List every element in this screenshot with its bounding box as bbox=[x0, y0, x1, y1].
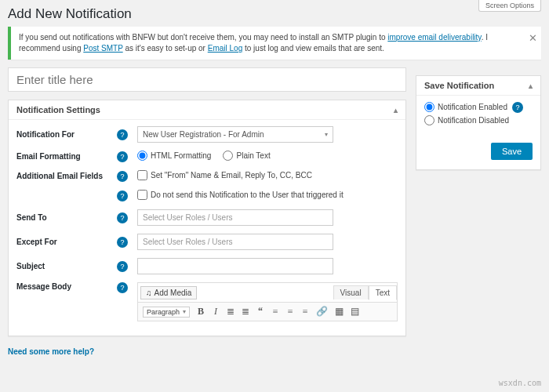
save-button[interactable]: Save bbox=[491, 143, 533, 160]
label-additional-fields: Additional Email Fields bbox=[16, 172, 117, 180]
paragraph-select[interactable]: Paragraph▾ bbox=[143, 307, 190, 318]
more-button[interactable]: ▦ bbox=[335, 306, 344, 318]
help-icon[interactable]: ? bbox=[117, 151, 128, 162]
label-send-to: Send To bbox=[16, 213, 117, 222]
align-center-button[interactable]: ≡ bbox=[286, 306, 294, 318]
collapse-icon[interactable]: ▴ bbox=[394, 106, 398, 114]
help-icon[interactable]: ? bbox=[117, 171, 128, 182]
label-notification-for: Notification For bbox=[16, 130, 117, 139]
help-icon[interactable]: ? bbox=[117, 191, 128, 201]
screen-options-tab[interactable]: Screen Options bbox=[478, 0, 541, 12]
link-button[interactable]: 🔗 bbox=[316, 306, 328, 318]
media-icon: ♫ bbox=[146, 289, 152, 297]
notice-text: If you send out notifications with BNFW … bbox=[19, 33, 387, 42]
checkbox-do-not-send[interactable]: Do not send this Notification to the Use… bbox=[137, 190, 344, 200]
label-message-body: Message Body bbox=[16, 282, 117, 291]
help-icon[interactable]: ? bbox=[117, 237, 128, 248]
help-link[interactable]: Need some more help? bbox=[8, 347, 406, 356]
bold-button[interactable]: B bbox=[197, 306, 205, 318]
help-icon[interactable]: ? bbox=[512, 102, 523, 113]
notification-for-select[interactable]: New User Registration - For Admin ▾ bbox=[137, 126, 333, 143]
tab-text[interactable]: Text bbox=[369, 285, 397, 300]
radio-html-formatting[interactable]: HTML Formatting bbox=[137, 151, 211, 161]
label-except-for: Except For bbox=[16, 238, 117, 246]
subject-field[interactable] bbox=[137, 258, 333, 274]
settings-header-title: Notification Settings bbox=[16, 105, 100, 114]
watermark: wsxdn.com bbox=[499, 379, 541, 387]
save-box-header[interactable]: Save Notification ▴ bbox=[416, 76, 540, 96]
page-title: Add New Notification bbox=[8, 6, 541, 22]
editor-toolbar: Paragraph▾ B I ≣ ≣ “ ≡ ≡ ≡ 🔗 ▦ bbox=[137, 302, 398, 321]
help-icon[interactable]: ? bbox=[117, 129, 128, 140]
radio-notification-enabled[interactable]: Notification Enabled bbox=[424, 102, 512, 112]
add-media-button[interactable]: ♫Add Media bbox=[140, 286, 197, 299]
align-left-button[interactable]: ≡ bbox=[271, 306, 279, 318]
label-subject: Subject bbox=[16, 262, 117, 270]
numbered-list-button[interactable]: ≣ bbox=[242, 306, 249, 318]
notice-link-post-smtp[interactable]: Post SMTP bbox=[83, 44, 122, 53]
italic-button[interactable]: I bbox=[212, 306, 220, 318]
chevron-down-icon: ▾ bbox=[325, 131, 328, 138]
label-email-formatting: Email Formatting bbox=[16, 152, 117, 161]
checkbox-set-from[interactable]: Set "From" Name & Email, Reply To, CC, B… bbox=[137, 170, 312, 180]
tab-visual[interactable]: Visual bbox=[333, 285, 369, 299]
help-icon[interactable]: ? bbox=[117, 282, 128, 293]
blockquote-button[interactable]: “ bbox=[256, 306, 264, 318]
notice-link-deliverability[interactable]: improve email deliverability bbox=[387, 33, 481, 42]
save-notification-box: Save Notification ▴ ? Notification Enabl… bbox=[416, 75, 541, 170]
radio-notification-disabled[interactable]: Notification Disabled bbox=[424, 115, 533, 125]
admin-notice: If you send out notifications with BNFW … bbox=[8, 27, 541, 60]
notice-link-email-log[interactable]: Email Log bbox=[208, 44, 242, 53]
except-for-field[interactable]: Select User Roles / Users bbox=[137, 234, 333, 250]
bullet-list-button[interactable]: ≣ bbox=[227, 306, 235, 318]
align-right-button[interactable]: ≡ bbox=[301, 306, 309, 318]
toolbar-toggle-button[interactable]: ▤ bbox=[351, 306, 359, 318]
notification-settings-box: Notification Settings ▴ Notification For… bbox=[8, 100, 406, 336]
send-to-field[interactable]: Select User Roles / Users bbox=[137, 209, 333, 226]
collapse-icon[interactable]: ▴ bbox=[529, 82, 533, 90]
radio-plain-text[interactable]: Plain Text bbox=[223, 151, 270, 161]
chevron-down-icon: ▾ bbox=[183, 308, 186, 315]
settings-header[interactable]: Notification Settings ▴ bbox=[9, 100, 405, 120]
dismiss-notice-icon[interactable]: ✕ bbox=[529, 31, 537, 45]
help-icon[interactable]: ? bbox=[117, 261, 128, 272]
help-icon[interactable]: ? bbox=[117, 212, 128, 223]
title-input[interactable] bbox=[8, 67, 406, 92]
